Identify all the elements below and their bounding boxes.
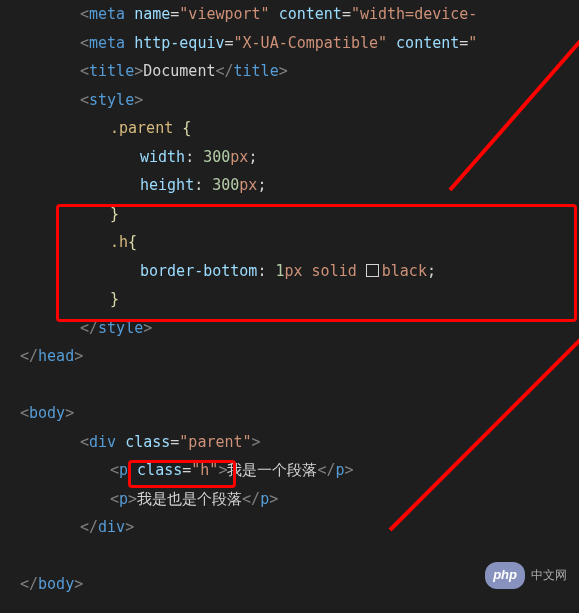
blank-line bbox=[20, 371, 579, 400]
code-line: <style> bbox=[20, 86, 579, 115]
code-line: <meta http-equiv="X-UA-Compatible" conte… bbox=[20, 29, 579, 58]
php-logo-icon: php bbox=[485, 562, 525, 589]
code-line: </style> bbox=[20, 314, 579, 343]
watermark-text: 中文网 bbox=[531, 564, 567, 587]
code-line: <p class="h">我是一个段落</p> bbox=[20, 456, 579, 485]
code-editor[interactable]: <meta name="viewport" content="width=dev… bbox=[0, 0, 579, 599]
code-line: } bbox=[20, 200, 579, 229]
code-line: } bbox=[20, 285, 579, 314]
code-line: <p>我是也是个段落</p> bbox=[20, 485, 579, 514]
code-line: <title>Document</title> bbox=[20, 57, 579, 86]
code-line: </div> bbox=[20, 513, 579, 542]
code-line: .parent { bbox=[20, 114, 579, 143]
code-line: </head> bbox=[20, 342, 579, 371]
code-line: <div class="parent"> bbox=[20, 428, 579, 457]
code-line: .h{ bbox=[20, 228, 579, 257]
color-swatch-icon bbox=[366, 264, 379, 277]
code-line: <body> bbox=[20, 399, 579, 428]
watermark: php 中文网 bbox=[485, 562, 567, 589]
code-line: border-bottom: 1px solid black; bbox=[20, 257, 579, 286]
code-line: height: 300px; bbox=[20, 171, 579, 200]
code-line: <meta name="viewport" content="width=dev… bbox=[20, 0, 579, 29]
code-line: width: 300px; bbox=[20, 143, 579, 172]
